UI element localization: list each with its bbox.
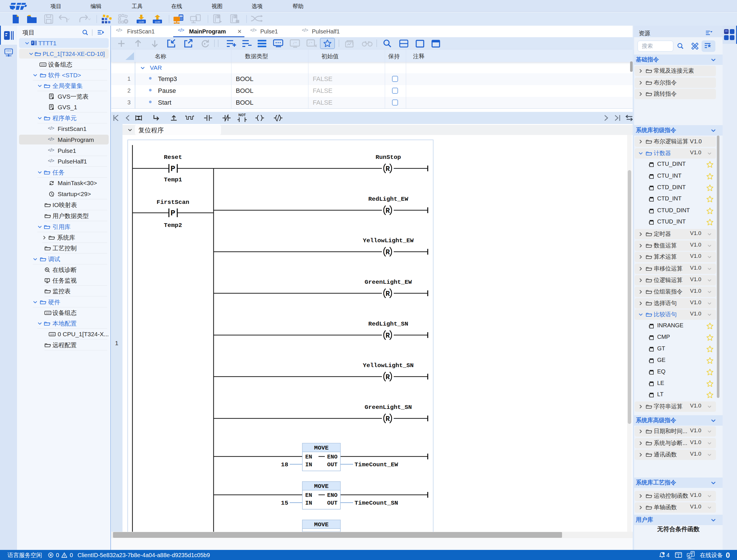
svg-text:GreenLight_EW: GreenLight_EW — [365, 279, 412, 285]
svg-text:FirstScan: FirstScan — [157, 199, 189, 206]
svg-text:R: R — [385, 290, 390, 298]
svg-text:TimeCount_SN: TimeCount_SN — [355, 500, 398, 506]
svg-text:RunStop: RunStop — [375, 154, 401, 161]
svg-text:15: 15 — [281, 500, 288, 506]
svg-text:GreenLight_SN: GreenLight_SN — [365, 404, 412, 411]
svg-text:R: R — [385, 373, 390, 382]
svg-text:TimeCount_EW: TimeCount_EW — [355, 461, 398, 468]
svg-text:18: 18 — [281, 461, 288, 468]
svg-text:1100: 1100 — [155, 20, 160, 23]
svg-text:1100: 1100 — [138, 20, 144, 23]
svg-text:OUT: OUT — [327, 461, 338, 468]
svg-text:MOVE: MOVE — [314, 483, 329, 490]
svg-text:RedLight_SN: RedLight_SN — [368, 321, 408, 327]
svg-text:ENO: ENO — [327, 492, 338, 499]
svg-text:ENO: ENO — [327, 454, 338, 460]
svg-text:R: R — [385, 248, 390, 257]
svg-text:Reset: Reset — [164, 154, 182, 161]
svg-text:EN: EN — [305, 454, 312, 460]
svg-text:R: R — [385, 332, 390, 340]
svg-text:R: R — [385, 415, 390, 423]
svg-text:EN: EN — [305, 492, 312, 499]
svg-text:Temp2: Temp2 — [164, 222, 182, 229]
svg-text:YellowLight_SN: YellowLight_SN — [363, 362, 413, 369]
svg-text:R: R — [385, 165, 390, 173]
svg-text:YellowLight_EW: YellowLight_EW — [363, 237, 414, 244]
svg-text:/*: /* — [308, 41, 313, 46]
svg-text:IN: IN — [305, 461, 312, 468]
svg-text:NOT: NOT — [238, 113, 246, 117]
svg-text:P: P — [171, 209, 176, 218]
svg-text:Temp1: Temp1 — [164, 176, 182, 183]
svg-text:R: R — [385, 207, 390, 215]
svg-text:/*: /* — [293, 41, 297, 46]
svg-text:MOVE: MOVE — [314, 445, 329, 451]
svg-text:IN: IN — [305, 500, 312, 506]
svg-text:RedLight_EW: RedLight_EW — [368, 196, 408, 202]
svg-text:MOVE: MOVE — [314, 521, 329, 528]
svg-text:OUT: OUT — [327, 500, 338, 506]
svg-text:P: P — [171, 164, 176, 173]
